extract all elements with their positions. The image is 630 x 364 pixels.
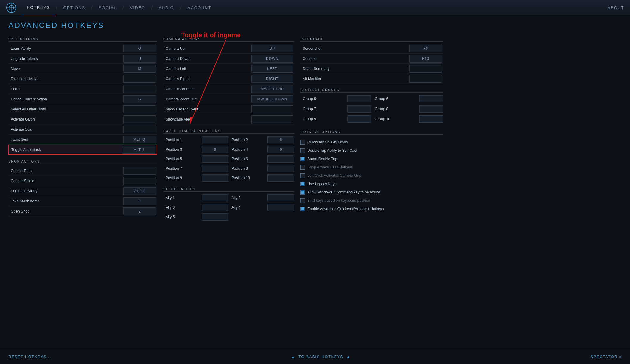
unit-action-key[interactable]: ALT-1 <box>123 146 155 154</box>
camera-action-key[interactable]: MWHEELUP <box>251 85 293 93</box>
position-key[interactable] <box>202 136 228 143</box>
nav-audio[interactable]: AUDIO <box>153 0 179 15</box>
position-key[interactable]: 9 <box>202 146 228 153</box>
cg-key[interactable] <box>347 105 371 113</box>
ally-key[interactable] <box>267 204 294 211</box>
option-row[interactable]: Double Tap Ability to Self Cast <box>300 146 443 155</box>
shop-action-row[interactable]: Take Stash Items 6 <box>8 196 157 206</box>
position-key[interactable] <box>202 155 228 163</box>
option-checkbox[interactable] <box>300 207 305 211</box>
interface-key[interactable]: F10 <box>409 55 442 63</box>
shop-action-key[interactable]: ALT-E <box>123 187 156 195</box>
spectator-button[interactable]: SPECTATOR » <box>590 354 622 359</box>
nav-account[interactable]: ACCOUNT <box>182 0 217 15</box>
interface-key[interactable] <box>409 65 442 73</box>
shop-action-row[interactable]: Courier Shield <box>8 176 157 186</box>
unit-action-key[interactable] <box>123 105 156 113</box>
camera-action-row[interactable]: Camera Down DOWN <box>163 54 294 64</box>
position-key[interactable]: 8 <box>267 136 294 143</box>
nav-options[interactable]: OPTIONS <box>58 0 91 15</box>
interface-row[interactable]: Alt Modifier <box>300 74 443 84</box>
unit-action-key[interactable] <box>123 75 156 83</box>
camera-action-key[interactable] <box>251 115 293 123</box>
option-checkbox[interactable] <box>300 140 305 145</box>
camera-action-key[interactable]: LEFT <box>251 65 293 73</box>
cg-key[interactable] <box>347 115 371 123</box>
interface-row[interactable]: Death Summary <box>300 64 443 74</box>
position-row[interactable]: Position 7 <box>163 164 228 173</box>
camera-action-row[interactable]: Showcase View <box>163 114 294 124</box>
option-checkbox[interactable] <box>300 173 305 178</box>
unit-action-row[interactable]: Cancel Current Action S <box>8 94 157 104</box>
position-row[interactable]: Position 6 <box>229 154 294 163</box>
unit-action-row[interactable]: Toggle Autoattack ALT-1 <box>8 145 157 155</box>
position-row[interactable]: Position 10 <box>229 174 294 182</box>
nav-about[interactable]: ABOUT <box>607 5 624 10</box>
camera-action-row[interactable]: Camera Zoom In MWHEELUP <box>163 84 294 94</box>
unit-action-key[interactable]: O <box>123 45 156 52</box>
reset-hotkeys-button[interactable]: RESET HOTKEYS... <box>8 354 51 359</box>
ally-key[interactable] <box>202 194 228 201</box>
unit-action-key[interactable]: U <box>123 55 156 63</box>
nav-social[interactable]: SOCIAL <box>93 0 122 15</box>
unit-action-row[interactable]: Activate Glyph <box>8 114 157 124</box>
camera-action-key[interactable] <box>251 105 293 113</box>
control-group-row[interactable]: Group 7 <box>300 104 371 113</box>
unit-action-key[interactable] <box>123 85 156 93</box>
unit-action-key[interactable]: ALT-Q <box>123 136 156 143</box>
camera-action-key[interactable]: MWHEELDOWN <box>251 95 293 103</box>
ally-key[interactable] <box>267 194 294 201</box>
position-key[interactable] <box>267 174 294 182</box>
shop-action-key[interactable]: 6 <box>123 197 156 205</box>
position-row[interactable]: Position 3 9 <box>163 145 228 154</box>
camera-action-row[interactable]: Camera Right RIGHT <box>163 74 294 84</box>
ally-row[interactable]: Ally 2 <box>229 193 294 202</box>
shop-action-key[interactable] <box>123 167 156 175</box>
position-row[interactable]: Position 8 <box>229 164 294 173</box>
unit-action-key[interactable] <box>123 115 156 123</box>
unit-action-row[interactable]: Learn Ability O <box>8 43 157 54</box>
ally-row[interactable]: Ally 3 <box>163 203 228 212</box>
unit-action-row[interactable]: Activate Scan <box>8 124 157 135</box>
option-checkbox[interactable] <box>300 148 305 153</box>
unit-action-row[interactable]: Upgrade Talents U <box>8 54 157 64</box>
ally-row[interactable]: Ally 4 <box>229 203 294 212</box>
position-row[interactable]: Position 1 <box>163 135 228 144</box>
unit-action-row[interactable]: Directional Move <box>8 74 157 84</box>
position-row[interactable]: Position 4 0 <box>229 145 294 154</box>
interface-key[interactable] <box>409 75 442 83</box>
option-row[interactable]: Shop Always Uses Hotkeys <box>300 163 443 171</box>
camera-action-key[interactable]: RIGHT <box>251 75 293 83</box>
option-row[interactable]: Quickcast On Key Down <box>300 138 443 146</box>
position-key[interactable]: 0 <box>267 146 294 153</box>
unit-action-row[interactable]: Taunt Item ALT-Q <box>8 135 157 145</box>
nav-hotkeys[interactable]: HOTKEYS <box>21 0 55 15</box>
position-row[interactable]: Position 9 <box>163 174 228 182</box>
control-group-row[interactable]: Group 9 <box>300 115 371 124</box>
ally-row[interactable]: Ally 1 <box>163 193 228 202</box>
position-row[interactable]: Position 5 <box>163 154 228 163</box>
option-row[interactable]: Left-Click Activates Camera Grip <box>300 171 443 180</box>
control-group-row[interactable]: Group 6 <box>372 94 443 103</box>
cg-key[interactable] <box>347 95 371 102</box>
shop-action-row[interactable]: Courier Burst <box>8 166 157 176</box>
position-key[interactable] <box>202 174 228 182</box>
unit-action-row[interactable]: Patrol <box>8 84 157 94</box>
cg-key[interactable] <box>419 95 443 102</box>
position-key[interactable] <box>267 155 294 163</box>
camera-action-row[interactable]: Show Recent Event <box>163 104 294 114</box>
ally-key[interactable] <box>202 204 228 211</box>
option-row[interactable]: Smart Double Tap <box>300 155 443 163</box>
nav-video[interactable]: VIDEO <box>125 0 150 15</box>
option-checkbox[interactable] <box>300 157 305 161</box>
camera-action-row[interactable]: Camera Left LEFT <box>163 64 294 74</box>
option-checkbox[interactable] <box>300 165 305 170</box>
cg-key[interactable] <box>419 105 443 113</box>
position-key[interactable] <box>202 165 228 172</box>
shop-action-row[interactable]: Open Shop 2 <box>8 206 157 216</box>
ally-key[interactable] <box>202 213 228 221</box>
position-key[interactable] <box>267 165 294 172</box>
control-group-row[interactable]: Group 5 <box>300 94 371 103</box>
unit-action-row[interactable]: Select All Other Units <box>8 104 157 114</box>
shop-action-key[interactable]: 2 <box>123 207 156 215</box>
